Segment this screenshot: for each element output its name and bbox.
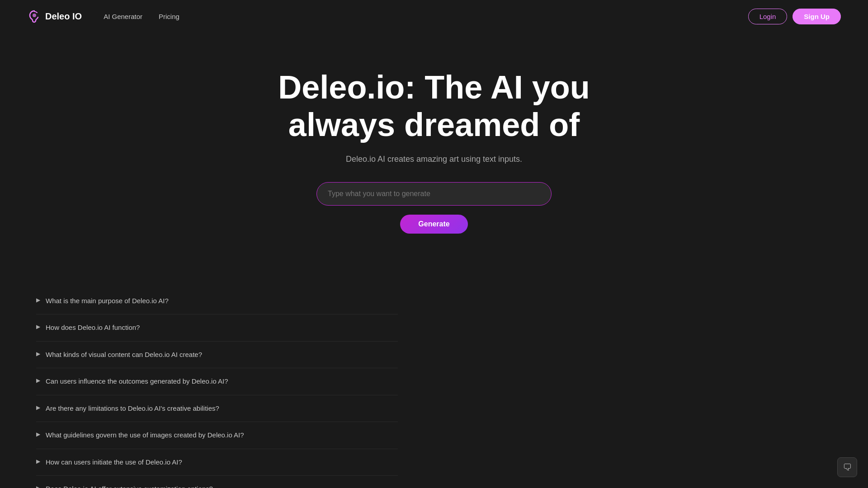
faq-arrow-2: ▶ [36, 351, 40, 357]
generate-input[interactable] [316, 182, 552, 206]
faq-item-1[interactable]: ▶ How does Deleo.io AI function? [36, 314, 398, 342]
faq-question-1: How does Deleo.io AI function? [46, 323, 140, 333]
svg-point-0 [33, 14, 36, 17]
faq-question-2: What kinds of visual content can Deleo.i… [46, 350, 202, 360]
navbar-right: Login Sign Up [748, 9, 841, 24]
faq-question-0: What is the main purpose of Deleo.io AI? [46, 296, 169, 306]
faq-section: ▶ What is the main purpose of Deleo.io A… [0, 261, 434, 488]
faq-arrow-3: ▶ [36, 377, 40, 384]
navbar: Deleo IO AI Generator Pricing Login Sign… [0, 0, 868, 33]
faq-arrow-7: ▶ [36, 485, 40, 488]
chat-icon-glyph: 🗨 [843, 462, 852, 473]
faq-item-4[interactable]: ▶ Are there any limitations to Deleo.io … [36, 395, 398, 422]
nav-link-ai-generator[interactable]: AI Generator [104, 13, 142, 20]
faq-item-5[interactable]: ▶ What guidelines govern the use of imag… [36, 422, 398, 449]
hero-title: Deleo.io: The AI you always dreamed of [231, 69, 637, 144]
faq-arrow-5: ▶ [36, 431, 40, 437]
faq-item-7[interactable]: ▶ Does Deleo.io AI offer extensive custo… [36, 476, 398, 488]
faq-question-4: Are there any limitations to Deleo.io AI… [46, 404, 219, 414]
faq-arrow-1: ▶ [36, 324, 40, 330]
faq-item-0[interactable]: ▶ What is the main purpose of Deleo.io A… [36, 288, 398, 315]
nav-links: AI Generator Pricing [104, 13, 179, 20]
faq-item-2[interactable]: ▶ What kinds of visual content can Deleo… [36, 342, 398, 369]
nav-link-pricing[interactable]: Pricing [159, 13, 179, 20]
logo-icon [27, 9, 42, 23]
faq-question-7: Does Deleo.io AI offer extensive customi… [46, 484, 213, 488]
generate-button[interactable]: Generate [400, 215, 467, 234]
chat-icon-button[interactable]: 🗨 [837, 457, 857, 477]
faq-question-6: How can users initiate the use of Deleo.… [46, 457, 182, 468]
login-button[interactable]: Login [748, 9, 788, 24]
hero-section: Deleo.io: The AI you always dreamed of D… [0, 33, 868, 261]
faq-item-3[interactable]: ▶ Can users influence the outcomes gener… [36, 368, 398, 395]
logo-text: Deleo IO [45, 11, 82, 22]
faq-question-3: Can users influence the outcomes generat… [46, 376, 228, 387]
input-container [316, 182, 552, 206]
logo[interactable]: Deleo IO [27, 9, 82, 23]
navbar-left: Deleo IO AI Generator Pricing [27, 9, 179, 23]
faq-arrow-4: ▶ [36, 404, 40, 411]
faq-question-5: What guidelines govern the use of images… [46, 430, 244, 441]
faq-item-6[interactable]: ▶ How can users initiate the use of Dele… [36, 449, 398, 476]
hero-subtitle: Deleo.io AI creates amazing art using te… [346, 155, 522, 164]
faq-arrow-0: ▶ [36, 297, 40, 303]
faq-arrow-6: ▶ [36, 458, 40, 465]
signup-button[interactable]: Sign Up [793, 9, 841, 24]
